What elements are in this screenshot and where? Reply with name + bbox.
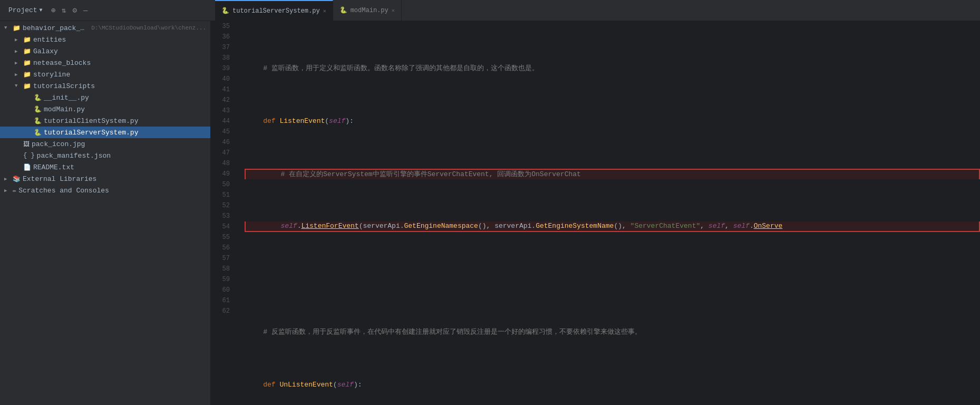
folder-icon: 📁 — [23, 82, 31, 90]
folder-icon: 📁 — [23, 71, 31, 79]
arrow-icon: ▶ — [15, 60, 21, 66]
arrow-icon: ▶ — [4, 188, 11, 194]
minimize-btn[interactable]: — — [81, 4, 90, 17]
txt-icon: 📄 — [23, 163, 31, 171]
sidebar-item-entities[interactable]: ▶ 📁 entities — [0, 34, 210, 45]
pack-manifest-label: pack_manifest.json — [37, 152, 111, 160]
title-bar-left: Project ▼ ⊕ ⇅ ⚙ — — [4, 4, 215, 17]
sort-btn[interactable]: ⇅ — [60, 4, 68, 17]
sidebar-item-scratches[interactable]: ▶ ✏ Scratches and Consoles — [0, 185, 210, 196]
tutorialClientSystem-label: tutorialClientSystem.py — [44, 117, 138, 125]
code-line-40: # 反监听函数，用于反监听事件，在代码中有创建注册就对应了销毁反注册是一个好的编… — [245, 327, 980, 338]
root-path: D:\MCStudioDownload\work\chenz... — [91, 25, 206, 31]
py-file-icon: 🐍 — [221, 7, 229, 15]
code-line-41: def UnListenEvent(self): — [245, 380, 980, 390]
code-editor[interactable]: # 监听函数，用于定义和监听函数。函数名称除了强调的其他都是自取的，这个函数也是… — [245, 21, 980, 405]
external-libs-label: External Libraries — [23, 175, 96, 183]
folder-icon: 📁 — [23, 36, 31, 44]
py-icon: 🐍 — [34, 94, 42, 102]
sidebar-item-modMain-py[interactable]: ▶ 🐍 modMain.py — [0, 103, 210, 115]
entities-label: entities — [33, 36, 66, 44]
new-file-btn[interactable]: ⊕ — [49, 4, 57, 17]
tab-close-tutorialServerSystem[interactable]: ✕ — [323, 8, 326, 14]
sidebar-item-storyline[interactable]: ▶ 📁 storyline — [0, 69, 210, 80]
sidebar-item-readme[interactable]: ▶ 📄 README.txt — [0, 161, 210, 173]
netease-blocks-label: netease_blocks — [33, 59, 91, 67]
sidebar: ▼ 📁 behavior_pack_y6p3tzpf D:\MCStudioDo… — [0, 21, 211, 405]
tab-tutorialServerSystem[interactable]: 🐍 tutorialServerSystem.py ✕ — [215, 0, 333, 21]
sidebar-tree[interactable]: ▼ 📁 behavior_pack_y6p3tzpf D:\MCStudioDo… — [0, 21, 210, 405]
py-icon: 🐍 — [34, 117, 42, 125]
arrow-icon: ▶ — [15, 49, 21, 54]
arrow-icon: ▶ — [15, 37, 21, 43]
project-label: Project — [8, 6, 37, 14]
code-line-38: self.ListenForEvent(serverApi.GetEngineN… — [245, 221, 980, 232]
tab-modMain[interactable]: 🐍 modMain.py ✕ — [333, 0, 402, 21]
main-container: ▼ 📁 behavior_pack_y6p3tzpf D:\MCStudioDo… — [0, 21, 980, 405]
project-dropdown[interactable]: Project ▼ — [4, 4, 47, 16]
sidebar-item-tutorialClientSystem[interactable]: ▶ 🐍 tutorialClientSystem.py — [0, 115, 210, 127]
scratches-label: Scratches and Consoles — [18, 187, 109, 195]
root-label: behavior_pack_y6p3tzpf — [23, 24, 87, 32]
arrow-icon: ▶ — [15, 72, 21, 78]
editor-content[interactable]: 35 36 37 38 39 40 41 42 43 44 45 46 47 4… — [211, 21, 980, 405]
ext-lib-icon: 📚 — [13, 175, 21, 183]
tutorialServerSystem-label: tutorialServerSystem.py — [44, 129, 138, 137]
py-icon: 🐍 — [34, 129, 42, 137]
code-line-39 — [245, 274, 980, 285]
tab-label-modMain: modMain.py — [351, 7, 389, 14]
line-numbers: 35 36 37 38 39 40 41 42 43 44 45 46 47 4… — [211, 21, 236, 405]
root-folder-icon: 📁 — [13, 24, 21, 32]
storyline-label: storyline — [33, 71, 70, 79]
tab-close-modMain[interactable]: ✕ — [392, 7, 395, 14]
code-line-36: def ListenEvent(self): — [245, 116, 980, 127]
sidebar-item-tutorialScripts[interactable]: ▼ 📁 tutorialScripts — [0, 80, 210, 92]
jpg-icon: 🖼 — [23, 140, 30, 148]
arrow-icon: ▼ — [15, 83, 21, 89]
code-line-35: # 监听函数，用于定义和监听函数。函数名称除了强调的其他都是自取的，这个函数也是… — [245, 63, 980, 74]
tab-bar: 🐍 tutorialServerSystem.py ✕ 🐍 modMain.py… — [215, 0, 976, 21]
folder-icon: 📁 — [23, 47, 31, 55]
pack-icon-label: pack_icon.jpg — [32, 140, 85, 148]
settings-btn[interactable]: ⚙ — [71, 4, 79, 17]
init-py-label: __init__.py — [44, 94, 89, 102]
galaxy-label: Galaxy — [33, 47, 58, 55]
folder-icon: 📁 — [23, 59, 31, 67]
sidebar-item-external-libs[interactable]: ▶ 📚 External Libraries — [0, 173, 210, 185]
sidebar-item-init-py[interactable]: ▶ 🐍 __init__.py — [0, 92, 210, 103]
modMain-py-label: modMain.py — [44, 105, 85, 113]
tutorialScripts-label: tutorialScripts — [33, 82, 95, 90]
readme-label: README.txt — [33, 163, 74, 171]
sidebar-item-tutorialServerSystem[interactable]: ▶ 🐍 tutorialServerSystem.py — [0, 127, 210, 138]
tree-root[interactable]: ▼ 📁 behavior_pack_y6p3tzpf D:\MCStudioDo… — [0, 22, 210, 34]
code-line-37: # 在自定义的ServerSystem中监听引擎的事件ServerChatEve… — [245, 169, 980, 179]
tab-label-tutorialServerSystem: tutorialServerSystem.py — [232, 7, 320, 15]
editor-area: 35 36 37 38 39 40 41 42 43 44 45 46 47 4… — [211, 21, 980, 405]
title-bar: Project ▼ ⊕ ⇅ ⚙ — 🐍 tutorialServerSystem… — [0, 0, 980, 21]
sidebar-item-pack-icon[interactable]: ▶ 🖼 pack_icon.jpg — [0, 138, 210, 150]
sidebar-item-netease-blocks[interactable]: ▶ 📁 netease_blocks — [0, 57, 210, 69]
sidebar-item-galaxy[interactable]: ▶ 📁 Galaxy — [0, 45, 210, 57]
arrow-icon: ▼ — [4, 25, 11, 31]
scratch-icon: ✏ — [13, 187, 16, 195]
py-icon: 🐍 — [34, 105, 42, 113]
json-icon: { } — [23, 152, 35, 159]
editor-gutter — [236, 21, 245, 405]
arrow-icon: ▶ — [4, 176, 11, 182]
sidebar-item-pack-manifest[interactable]: ▶ { } pack_manifest.json — [0, 150, 210, 161]
py-file-icon-2: 🐍 — [339, 6, 347, 14]
chevron-down-icon: ▼ — [40, 7, 43, 13]
